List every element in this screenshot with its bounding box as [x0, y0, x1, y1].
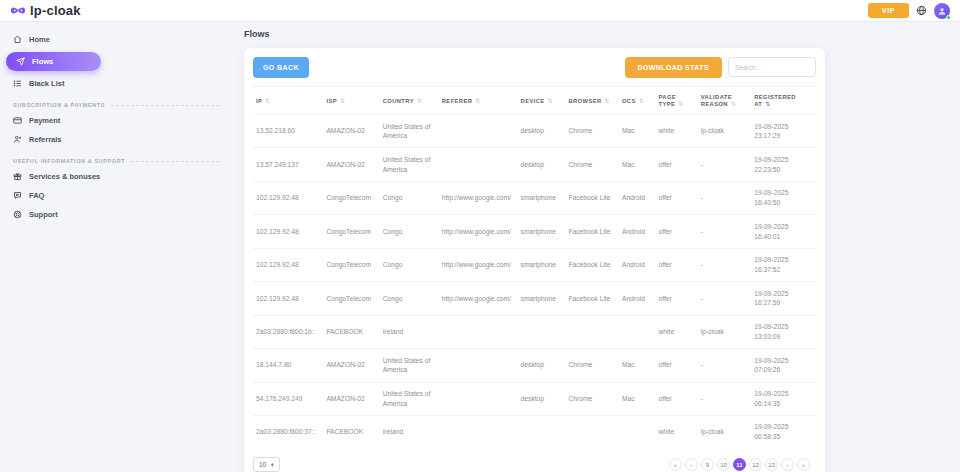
column-label: PAGE TYPE: [659, 94, 677, 107]
cell-ocs: [619, 415, 656, 448]
sidebar-item-referrals[interactable]: Referrals: [0, 130, 232, 149]
table-row[interactable]: 102.129.92.48CongoTelecomCongohttp://www…: [253, 215, 816, 248]
section-label: USEFUL INFORMATION & SUPPORT: [13, 158, 125, 164]
pagination-page-12[interactable]: 12: [749, 458, 762, 471]
pagination-prev[interactable]: ‹: [685, 458, 698, 471]
pagination-page-9[interactable]: 9: [701, 458, 714, 471]
cell-isp: CongoTelecom: [323, 282, 379, 315]
table-row[interactable]: 2a03:2880:f800:37::FACEBOOKIrelandwhitel…: [253, 415, 816, 448]
column-header-validate_reason[interactable]: VALIDATE REASON⇅: [698, 87, 751, 115]
cell-country: Ireland: [380, 415, 439, 448]
sidebar-item-black-list[interactable]: Black List: [0, 74, 232, 93]
pagination-first[interactable]: «: [669, 458, 682, 471]
sort-icon[interactable]: ⇅: [475, 98, 480, 104]
pagination-last[interactable]: »: [797, 458, 810, 471]
table-row[interactable]: 102.129.92.48CongoTelecomCongohttp://www…: [253, 282, 816, 315]
sidebar-item-payment[interactable]: Payment: [0, 111, 232, 130]
pagination-page-11[interactable]: 11: [733, 458, 746, 471]
cell-validate_reason: -: [698, 181, 751, 214]
sort-icon[interactable]: ⇅: [765, 101, 770, 107]
sidebar-item-support[interactable]: Support: [0, 205, 232, 224]
column-label: REFERER: [442, 98, 473, 104]
language-globe-icon[interactable]: [916, 5, 927, 16]
table-row[interactable]: 102.129.92.48CongoTelecomCongohttp://www…: [253, 248, 816, 281]
cell-browser: Chrome: [565, 115, 618, 148]
cell-registered_at: 19-09-2025 06:14:35: [751, 382, 816, 415]
sidebar-item-label: Flows: [32, 57, 53, 66]
sidebar-item-flows[interactable]: Flows: [6, 52, 101, 71]
online-status-dot: [946, 15, 951, 20]
table-row[interactable]: 2a03:2880:f800:1b::FACEBOOKIrelandwhitel…: [253, 315, 816, 348]
pagination-next[interactable]: ›: [781, 458, 794, 471]
flows-icon: [16, 57, 25, 66]
cell-referer: http://www.google.com/: [439, 215, 518, 248]
mask-icon: [10, 5, 26, 16]
sidebar-item-home[interactable]: Home: [0, 30, 232, 49]
cell-validate_reason: -: [698, 349, 751, 382]
cell-page_type: offer: [656, 282, 698, 315]
cell-country: Congo: [380, 282, 439, 315]
sidebar-item-label: Support: [29, 210, 58, 219]
column-header-browser[interactable]: BROWSER⇅: [565, 87, 618, 115]
sort-icon[interactable]: ⇅: [678, 101, 683, 107]
cell-ip: 2a03:2880:f800:1b::: [253, 315, 323, 348]
vip-button[interactable]: VIP: [868, 3, 909, 18]
column-header-country[interactable]: COUNTRY⇅: [380, 87, 439, 115]
column-header-referer[interactable]: REFERER⇅: [439, 87, 518, 115]
pagination: «‹910111213›»: [669, 458, 810, 471]
cell-browser: [565, 315, 618, 348]
cell-page_type: offer: [656, 382, 698, 415]
sort-icon[interactable]: ⇅: [340, 98, 345, 104]
column-header-page_type[interactable]: PAGE TYPE⇅: [656, 87, 698, 115]
main-content: Flows GO BACK DOWNLOAD STATS IP⇅ISP⇅COUN…: [232, 22, 960, 472]
cell-device: smartphone: [518, 215, 566, 248]
cell-isp: AMAZON-02: [323, 115, 379, 148]
table-row[interactable]: 18.144.7.80AMAZON-02United States of Ame…: [253, 349, 816, 382]
cell-page_type: offer: [656, 181, 698, 214]
cell-registered_at: 19-09-2025 16:40:50: [751, 181, 816, 214]
user-avatar[interactable]: [934, 3, 950, 19]
cell-isp: CongoTelecom: [323, 215, 379, 248]
column-label: IP: [256, 98, 262, 104]
chat-icon: [13, 191, 22, 200]
cell-registered_at: 19-09-2025 16:40:01: [751, 215, 816, 248]
sort-icon[interactable]: ⇅: [548, 98, 553, 104]
pagination-page-13[interactable]: 13: [765, 458, 778, 471]
cell-ocs: Mac: [619, 382, 656, 415]
sort-icon[interactable]: ⇅: [605, 98, 610, 104]
sort-icon[interactable]: ⇅: [417, 98, 422, 104]
table-row[interactable]: 102.129.92.48CongoTelecomCongohttp://www…: [253, 181, 816, 214]
sidebar-section-support: USEFUL INFORMATION & SUPPORT: [0, 149, 232, 167]
sort-icon[interactable]: ⇅: [731, 101, 736, 107]
top-bar: lp-cloak VIP: [0, 0, 960, 22]
cell-ip: 102.129.92.48: [253, 181, 323, 214]
column-header-registered_at[interactable]: REGISTERED AT⇅: [751, 87, 816, 115]
table-row[interactable]: 54.176.249.249AMAZON-02United States of …: [253, 382, 816, 415]
download-stats-button[interactable]: DOWNLOAD STATS: [625, 57, 722, 78]
cell-validate_reason: lp-cloak: [698, 115, 751, 148]
search-input[interactable]: [728, 57, 816, 77]
page-size-select[interactable]: 10 ▲▼: [253, 457, 280, 472]
sort-icon[interactable]: ⇅: [639, 98, 644, 104]
column-header-isp[interactable]: ISP⇅: [323, 87, 379, 115]
cell-browser: Facebook Lite: [565, 215, 618, 248]
column-header-ip[interactable]: IP⇅: [253, 87, 323, 115]
logo[interactable]: lp-cloak: [10, 3, 81, 18]
sidebar-item-faq[interactable]: FAQ: [0, 186, 232, 205]
cell-referer: [439, 382, 518, 415]
sidebar-item-services-bonuses[interactable]: Services & bonuses: [0, 167, 232, 186]
pagination-page-10[interactable]: 10: [717, 458, 730, 471]
sort-icon[interactable]: ⇅: [265, 98, 270, 104]
column-header-device[interactable]: DEVICE⇅: [518, 87, 566, 115]
table-row[interactable]: 13.57.249.137AMAZON-02United States of A…: [253, 148, 816, 181]
cell-ip: 13.57.249.137: [253, 148, 323, 181]
column-label: COUNTRY: [383, 98, 414, 104]
cell-browser: Facebook Lite: [565, 282, 618, 315]
page-title: Flows: [244, 29, 960, 39]
table-row[interactable]: 13.52.218.60AMAZON-02United States of Am…: [253, 115, 816, 148]
sidebar-section-payments: SUBSCRIPTION & PAYMENTS: [0, 93, 232, 111]
cell-device: desktop: [518, 148, 566, 181]
top-bar-right: VIP: [868, 3, 950, 19]
column-header-ocs[interactable]: OCS⇅: [619, 87, 656, 115]
go-back-button[interactable]: GO BACK: [253, 57, 309, 78]
